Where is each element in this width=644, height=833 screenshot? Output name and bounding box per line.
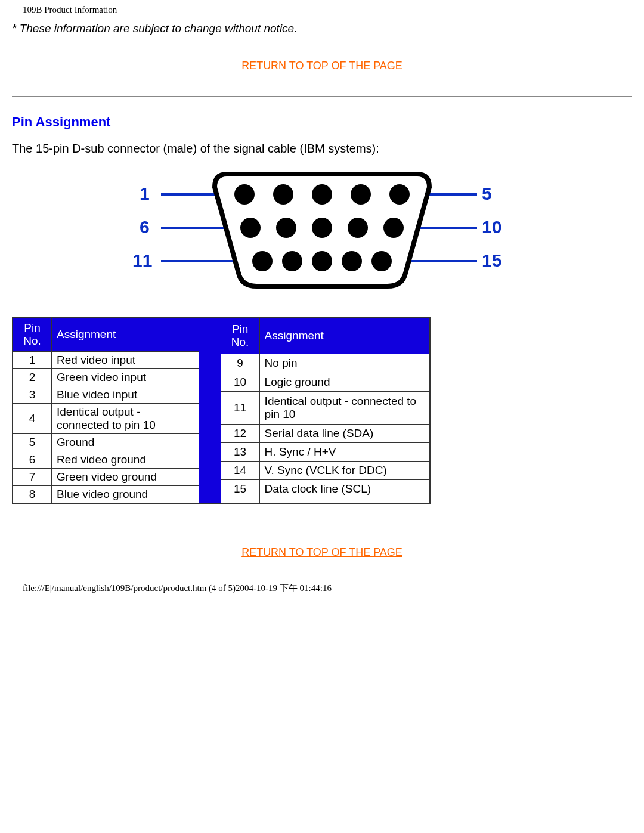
cell-assign: Identical output - connected to pin 10: [259, 391, 429, 424]
table-row: 12Serial data line (SDA): [221, 424, 429, 442]
cell-assign: V. Sync (VCLK for DDC): [259, 462, 429, 480]
cell-assign: Green video input: [52, 369, 199, 386]
table-row: 3Blue video input: [13, 386, 199, 404]
svg-point-13: [312, 218, 332, 238]
section-title: Pin Assignment: [12, 114, 632, 130]
section-intro: The 15-pin D-sub connector (male) of the…: [12, 142, 632, 156]
th-assignment: Assignment: [259, 318, 429, 354]
cell-assign: H. Sync / H+V: [259, 442, 429, 461]
footer-path: file:///E|/manual/english/109B/product/p…: [23, 583, 632, 594]
cell-pin: 3: [13, 386, 52, 404]
pin-assignment-table: Pin No. Assignment 1Red video input 2Gre…: [12, 317, 431, 504]
cell-pin: 8: [13, 486, 52, 503]
pin-table-left: Pin No. Assignment 1Red video input 2Gre…: [13, 317, 199, 503]
cell-assign: Data clock line (SCL): [259, 480, 429, 498]
cell-pin: 2: [13, 369, 52, 386]
cell-pin: 10: [221, 373, 259, 391]
svg-point-17: [282, 251, 302, 271]
table-row: 5Ground: [13, 434, 199, 451]
pin-table-right: Pin No. Assignment 9No pin 10Logic groun…: [221, 317, 430, 503]
pin-label-15: 15: [482, 250, 501, 271]
cell-assign: Blue video input: [52, 386, 199, 404]
table-row: 8Blue video ground: [13, 486, 199, 503]
cell-pin: 15: [221, 480, 259, 498]
cell-assign: Identical output - connected to pin 10: [52, 404, 199, 434]
cell-pin: 12: [221, 424, 259, 442]
svg-point-20: [371, 251, 392, 271]
cell-assign: Blue video ground: [52, 486, 199, 503]
pin-label-5: 5: [482, 184, 492, 204]
cell-pin: 7: [13, 469, 52, 486]
cell-pin: 11: [221, 391, 259, 424]
svg-point-12: [276, 218, 296, 238]
cell-assign: [259, 498, 429, 503]
svg-point-11: [240, 218, 261, 238]
table-row: 13H. Sync / H+V: [221, 442, 429, 461]
svg-point-8: [312, 184, 332, 205]
cell-pin: 14: [221, 462, 259, 480]
svg-point-19: [342, 251, 362, 271]
svg-point-9: [351, 184, 371, 205]
dsub-connector-icon: [143, 171, 501, 290]
cell-pin: 9: [221, 354, 259, 373]
table-row: 9No pin: [221, 354, 429, 373]
cell-assign: Green video ground: [52, 469, 199, 486]
return-top-link-lower: RETURN TO TOP OF THE PAGE: [12, 546, 632, 559]
svg-point-14: [348, 218, 368, 238]
cell-pin: 5: [13, 434, 52, 451]
cell-assign: Red video ground: [52, 451, 199, 469]
table-spacer: [199, 317, 221, 503]
cell-assign: Logic ground: [259, 373, 429, 391]
cell-assign: Red video input: [52, 352, 199, 369]
table-row: 4Identical output - connected to pin 10: [13, 404, 199, 434]
table-row: 11Identical output - connected to pin 10: [221, 391, 429, 424]
cell-pin: 6: [13, 451, 52, 469]
svg-point-18: [312, 251, 332, 271]
table-row: 1Red video input: [13, 352, 199, 369]
pin-label-1: 1: [140, 184, 150, 204]
cell-pin: 4: [13, 404, 52, 434]
cell-pin: [221, 498, 259, 503]
table-row: 10Logic ground: [221, 373, 429, 391]
table-row: [221, 498, 429, 503]
cell-pin: 1: [13, 352, 52, 369]
pin-label-11: 11: [132, 250, 152, 271]
cell-assign: Ground: [52, 434, 199, 451]
cell-assign: No pin: [259, 354, 429, 373]
pin-label-6: 6: [140, 217, 150, 237]
th-pin-no: Pin No.: [221, 318, 259, 354]
return-top-anchor[interactable]: RETURN TO TOP OF THE PAGE: [242, 60, 402, 72]
pin-label-10: 10: [482, 217, 501, 237]
page-header: 109B Product Information: [23, 5, 632, 15]
return-top-link-upper: RETURN TO TOP OF THE PAGE: [12, 59, 632, 72]
table-row: 2Green video input: [13, 369, 199, 386]
table-row: 14V. Sync (VCLK for DDC): [221, 462, 429, 480]
svg-point-6: [234, 184, 255, 205]
svg-point-15: [383, 218, 404, 238]
return-top-anchor[interactable]: RETURN TO TOP OF THE PAGE: [242, 546, 402, 558]
svg-point-7: [273, 184, 293, 205]
table-row: 6Red video ground: [13, 451, 199, 469]
svg-point-16: [252, 251, 273, 271]
table-row: 7Green video ground: [13, 469, 199, 486]
cell-pin: 13: [221, 442, 259, 461]
svg-point-10: [389, 184, 410, 205]
change-notice: * These information are subject to chang…: [12, 22, 632, 35]
cell-assign: Serial data line (SDA): [259, 424, 429, 442]
table-row: 15Data clock line (SCL): [221, 480, 429, 498]
th-pin-no: Pin No.: [13, 318, 52, 352]
connector-diagram: 1 6 11 5 10 15: [12, 171, 632, 293]
divider: [12, 96, 632, 97]
th-assignment: Assignment: [52, 318, 199, 352]
